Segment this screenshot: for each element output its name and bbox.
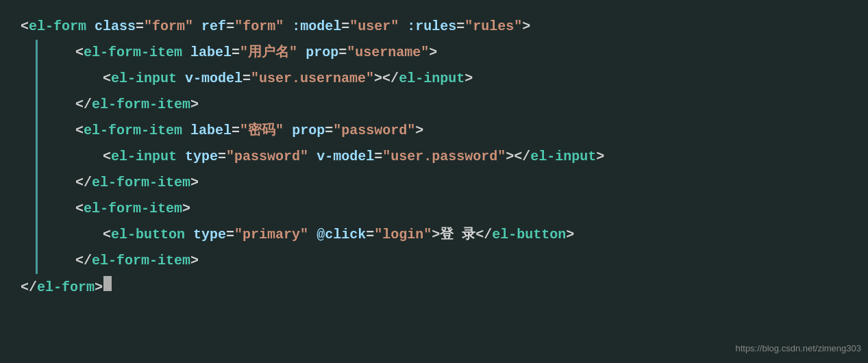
code-token	[182, 42, 190, 64]
code-token: el-form-item	[84, 120, 182, 142]
code-token: el-form-item	[84, 198, 182, 220]
code-token: =	[366, 224, 374, 246]
code-token: >	[182, 198, 190, 220]
indent-bar	[36, 92, 38, 118]
code-token: v-model	[317, 146, 374, 168]
code-token: >	[429, 42, 437, 64]
code-token	[185, 224, 193, 246]
indent-bar	[36, 248, 38, 274]
code-token: <	[103, 224, 111, 246]
code-token: "user"	[349, 16, 399, 38]
code-token	[308, 224, 317, 246]
code-token: el-input	[111, 68, 177, 90]
code-token: "user.username"	[251, 68, 374, 90]
code-token: type	[185, 146, 218, 168]
code-token: "password"	[226, 146, 308, 168]
code-token	[182, 120, 190, 142]
code-token: </	[21, 277, 37, 299]
code-token: =	[232, 120, 240, 142]
code-token: =	[243, 68, 251, 90]
code-token: =	[374, 146, 382, 168]
code-token: <	[75, 42, 84, 64]
code-token: "password"	[333, 120, 415, 142]
code-token: =	[232, 42, 240, 64]
code-token: "form"	[144, 16, 193, 38]
code-line: <el-form-item>	[14, 196, 868, 222]
code-line: </el-form-item>	[14, 248, 868, 274]
code-line: <el-input v-model="user.username"></el-i…	[14, 66, 868, 92]
text-cursor	[103, 276, 112, 291]
code-token	[308, 146, 317, 168]
indent-bar	[36, 222, 38, 248]
code-token	[399, 16, 407, 38]
code-token: </	[75, 250, 92, 272]
code-token: class	[95, 16, 136, 38]
code-token: >	[190, 250, 199, 272]
code-line: <el-form-item label="用户名" prop="username…	[14, 40, 868, 66]
code-token	[177, 68, 185, 90]
code-token: >	[95, 277, 103, 299]
code-token: "username"	[347, 42, 429, 64]
code-token: "密码"	[240, 120, 284, 142]
code-token: el-input	[530, 146, 596, 168]
indent-bar	[36, 118, 38, 144]
code-token: label	[190, 120, 232, 142]
indent-bar	[36, 196, 38, 222]
code-token: @click	[317, 224, 366, 246]
code-token: :rules	[407, 16, 456, 38]
code-token: >	[190, 94, 199, 116]
code-line: </el-form-item>	[14, 170, 868, 196]
code-token: el-form-item	[84, 42, 182, 64]
code-token: :model	[292, 16, 341, 38]
code-token: ref	[201, 16, 226, 38]
code-token: =	[226, 16, 234, 38]
code-token: "user.password"	[382, 146, 506, 168]
code-token: el-form-item	[92, 94, 190, 116]
code-token: type	[193, 224, 226, 246]
code-token: >	[596, 146, 604, 168]
code-line: <el-form class="form" ref="form" :model=…	[14, 14, 868, 40]
code-token: =	[341, 16, 349, 38]
code-token: =	[338, 42, 347, 64]
indent-bar	[36, 66, 38, 92]
code-token: <	[103, 146, 111, 168]
code-token: =	[325, 120, 333, 142]
code-token	[297, 42, 306, 64]
code-token: >	[190, 172, 199, 194]
code-token: ></	[506, 146, 530, 168]
code-token: "login"	[374, 224, 432, 246]
code-editor: <el-form class="form" ref="form" :model=…	[0, 0, 868, 363]
code-token: "用户名"	[240, 42, 297, 64]
code-token: <	[75, 198, 84, 220]
code-token: =	[136, 16, 144, 38]
code-token: el-form	[37, 277, 95, 299]
code-token: =	[218, 146, 226, 168]
code-token: el-input	[399, 68, 464, 90]
code-token	[284, 16, 292, 38]
code-token: >登 录</	[432, 224, 492, 246]
code-token: <	[75, 120, 84, 142]
code-token: "rules"	[464, 16, 522, 38]
code-token: el-form-item	[92, 250, 190, 272]
code-token: el-button	[492, 224, 566, 246]
code-line: </el-form-item>	[14, 92, 868, 118]
code-token: el-button	[111, 224, 185, 246]
code-token: <	[21, 16, 29, 38]
code-token: el-form-item	[92, 172, 190, 194]
watermark: https://blog.csdn.net/zimeng303	[735, 342, 861, 356]
code-token: el-form	[29, 16, 86, 38]
code-token: <	[103, 68, 111, 90]
code-token: =	[456, 16, 464, 38]
code-token: v-model	[185, 68, 243, 90]
code-token: ></	[374, 68, 399, 90]
code-token: "primary"	[234, 224, 308, 246]
code-token: </	[75, 94, 92, 116]
code-token: >	[566, 224, 574, 246]
code-token: el-input	[111, 146, 177, 168]
code-token: "form"	[234, 16, 284, 38]
code-token	[177, 146, 185, 168]
code-token: </	[75, 172, 92, 194]
code-line: <el-input type="password" v-model="user.…	[14, 144, 868, 170]
indent-bar	[36, 40, 38, 66]
code-token: >	[415, 120, 423, 142]
